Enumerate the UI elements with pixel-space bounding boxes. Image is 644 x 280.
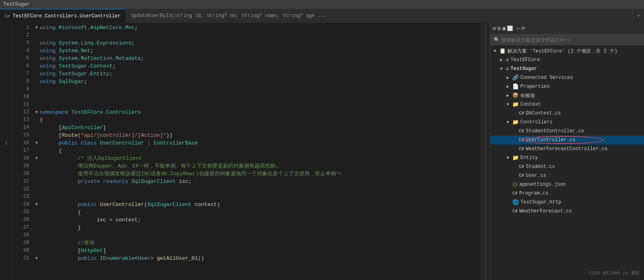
- tree-item-student[interactable]: C#Student.cs: [490, 162, 644, 171]
- fold-item[interactable]: [33, 216, 40, 224]
- tree-item-testSugar[interactable]: ▼⚙TestSugar: [490, 64, 644, 73]
- tree-arrow[interactable]: ▼: [505, 156, 511, 160]
- gutter-item: [2, 216, 11, 224]
- tree-item-dbContext[interactable]: C#DbContext.cs: [490, 109, 644, 118]
- http-icon: 🌐: [512, 199, 519, 206]
- fold-item[interactable]: [33, 162, 40, 170]
- code-line: {: [40, 208, 481, 216]
- code-line: 使用不当出现偶发错误通过IOC或者db.CopyNew()创建新的对象避免同一个…: [40, 170, 481, 178]
- fold-item[interactable]: [33, 47, 40, 55]
- fold-item[interactable]: [33, 85, 40, 93]
- tree-item-entity-folder[interactable]: ▼📁Entity: [490, 153, 644, 162]
- fold-item[interactable]: [33, 93, 40, 101]
- fold-item[interactable]: ▼: [33, 201, 40, 208]
- solution-tree[interactable]: ▼📋解决方案 'TestEFCore' (2 个项目，共 2 个)▶⚙TestE…: [490, 46, 644, 280]
- line-numbers: 1234567891011121314151617181920212223242…: [13, 23, 33, 280]
- tree-item-controllers-folder[interactable]: ▼📁Controllers: [490, 118, 644, 127]
- fold-item[interactable]: ▼: [33, 24, 40, 32]
- code-line: namespace TestEFCore.Controllers: [40, 108, 481, 116]
- tree-item-connectedServices[interactable]: ▶🔗Connected Services: [490, 73, 644, 82]
- fold-item[interactable]: [33, 178, 40, 185]
- connected-icon: 🔗: [512, 75, 519, 81]
- search-icon: 🔍: [494, 37, 500, 43]
- toolbar-icon-2[interactable]: ⧉: [497, 26, 501, 32]
- tree-item-appsettings[interactable]: {}appsettings.json: [490, 180, 644, 189]
- tree-item-userController[interactable]: C#UserController.cs: [490, 136, 644, 144]
- fold-item[interactable]: [33, 185, 40, 193]
- toolbar-icon-6[interactable]: ⟳: [521, 25, 525, 32]
- line-number: 19: [13, 162, 29, 170]
- fold-item[interactable]: [33, 208, 40, 216]
- fold-item[interactable]: [33, 124, 40, 132]
- code-line: [40, 231, 481, 239]
- fold-item[interactable]: ▼: [33, 139, 40, 147]
- fold-item[interactable]: [33, 132, 40, 139]
- fold-item[interactable]: [33, 247, 40, 255]
- line-number: 23: [13, 193, 29, 201]
- tree-item-dependencies[interactable]: ▶📦依赖项: [490, 91, 644, 100]
- line-number: 3: [13, 39, 29, 47]
- watermark: CSDN @在ZNWX.cn 摄影: [589, 270, 640, 276]
- fold-item[interactable]: [33, 39, 40, 47]
- toolbar-icon-4[interactable]: ⬜: [507, 25, 513, 32]
- code-line: using System.Reflection.Metadata;: [40, 55, 481, 62]
- tab-cs-icon: C#: [5, 14, 10, 19]
- fold-item[interactable]: [33, 101, 40, 108]
- tree-item-testSugarHttp[interactable]: 🌐TestSugar.http: [490, 198, 644, 207]
- tree-arrow[interactable]: ▼: [505, 120, 511, 125]
- gutter-item: [2, 170, 11, 178]
- code-line: public class UserController : Controller…: [40, 139, 481, 147]
- code-editor[interactable]: using Microsoft.AspNetCore.Mvc;using Sys…: [40, 23, 481, 280]
- folder-icon: 📁: [512, 155, 519, 161]
- fold-item[interactable]: ▼: [33, 108, 40, 116]
- fold-item[interactable]: [33, 62, 40, 70]
- tree-arrow[interactable]: ▼: [505, 102, 511, 107]
- tree-arrow[interactable]: ▶: [505, 75, 511, 80]
- line-number: 16: [13, 139, 29, 147]
- fold-item[interactable]: [33, 239, 40, 247]
- tree-item-properties[interactable]: ▶📄Properties: [490, 82, 644, 91]
- code-line: [40, 101, 481, 108]
- fold-item[interactable]: [33, 231, 40, 239]
- fold-item[interactable]: [33, 55, 40, 62]
- fold-item[interactable]: ▼: [33, 255, 40, 262]
- fold-item[interactable]: [33, 147, 40, 155]
- toolbar-icon-1[interactable]: ⊟: [493, 25, 496, 32]
- fold-item[interactable]: [33, 70, 40, 78]
- add-tab-button[interactable]: +: [633, 9, 644, 23]
- solution-search-input[interactable]: [501, 37, 641, 43]
- gutter-item: [2, 116, 11, 124]
- fold-item[interactable]: ▼: [33, 155, 40, 162]
- tree-arrow[interactable]: ▼: [499, 67, 504, 71]
- tree-arrow[interactable]: ▶: [505, 84, 511, 89]
- title-bar-label: TestSugar: [3, 2, 30, 7]
- tab-usercontroller[interactable]: C# TestEFCore.Controllers.UserController: [0, 9, 126, 23]
- tree-arrow[interactable]: ▼: [492, 49, 498, 53]
- tree-item-solution[interactable]: ▼📋解决方案 'TestEFCore' (2 个项目，共 2 个): [490, 47, 644, 55]
- tree-item-context-folder[interactable]: ▼📁Context: [490, 100, 644, 109]
- tree-item-studentController[interactable]: C#StudentController.cs: [490, 127, 644, 136]
- tree-item-testEFCore[interactable]: ▶⚙TestEFCore: [490, 55, 644, 64]
- toolbar-icon-3[interactable]: ▣: [503, 25, 505, 32]
- gutter-item: [2, 239, 11, 247]
- code-line: [40, 193, 481, 201]
- tree-label: Entity: [520, 155, 538, 161]
- tree-item-weatherForecast[interactable]: C#WeatherForecast.cs: [490, 207, 644, 216]
- fold-item[interactable]: [33, 224, 40, 231]
- tree-item-user[interactable]: C#User.cs: [490, 171, 644, 180]
- tree-arrow[interactable]: ▶: [505, 93, 511, 98]
- fold-item[interactable]: [33, 170, 40, 178]
- tree-item-program[interactable]: C#Program.cs: [490, 189, 644, 198]
- fold-item[interactable]: [33, 193, 40, 201]
- ref-icon: 📦: [512, 93, 519, 99]
- fold-item[interactable]: [33, 78, 40, 85]
- tree-item-weatherForecastController[interactable]: C#WeatherForecastController.cs: [490, 144, 644, 153]
- toolbar-icon-5[interactable]: ↔: [516, 26, 519, 32]
- add-tab-icon: +: [637, 13, 640, 19]
- line-number: 11: [13, 101, 29, 108]
- solution-search-bar[interactable]: 🔍: [490, 34, 644, 46]
- gutter-item: [2, 147, 11, 155]
- tree-arrow[interactable]: ▶: [499, 57, 504, 62]
- fold-item[interactable]: [33, 116, 40, 124]
- fold-item[interactable]: [33, 32, 40, 39]
